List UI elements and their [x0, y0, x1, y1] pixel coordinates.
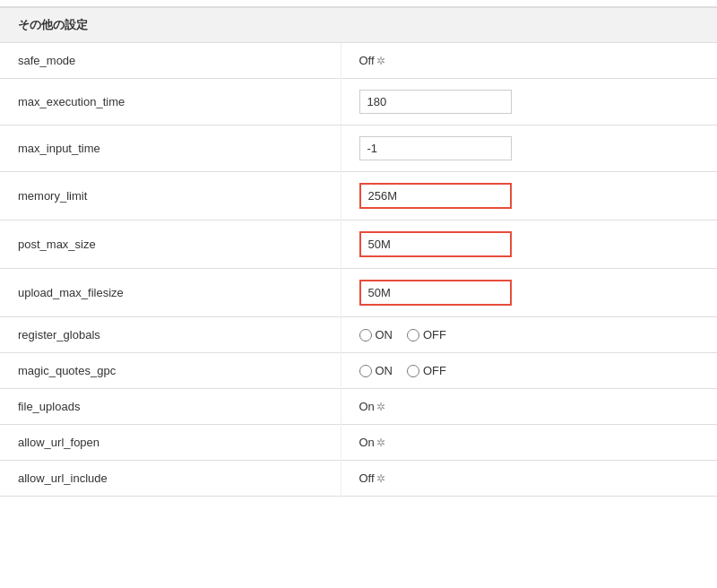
radio-group-magic_quotes_gpc: ONOFF — [359, 364, 700, 377]
table-row: max_input_time — [0, 125, 717, 172]
page-container: その他の設定 safe_modeOff✲max_execution_timema… — [0, 0, 717, 506]
setting-key: file_uploads — [0, 389, 341, 425]
table-row: register_globalsONOFF — [0, 317, 717, 353]
setting-input-memory_limit[interactable] — [359, 183, 512, 209]
table-row: memory_limit — [0, 172, 717, 220]
setting-key: allow_url_fopen — [0, 425, 341, 461]
radio-magic_quotes_gpc-on[interactable] — [359, 365, 372, 377]
setting-key: safe_mode — [0, 43, 341, 79]
asterisk-icon: ✲ — [376, 437, 385, 449]
section-title: その他の設定 — [18, 18, 88, 31]
setting-key: memory_limit — [0, 172, 341, 220]
setting-input-max_input_time[interactable] — [359, 136, 512, 160]
setting-input-max_execution_time[interactable] — [359, 90, 512, 114]
static-value: Off — [359, 471, 375, 485]
settings-table: safe_modeOff✲max_execution_timemax_input… — [0, 43, 717, 497]
table-row: safe_modeOff✲ — [0, 43, 717, 79]
static-value: On — [359, 436, 375, 449]
setting-input-post_max_size[interactable] — [359, 231, 512, 257]
radio-register_globals-off[interactable] — [407, 329, 419, 342]
table-row: file_uploadsOn✲ — [0, 389, 717, 425]
setting-value-cell: Off✲ — [341, 43, 717, 79]
setting-key: magic_quotes_gpc — [0, 353, 341, 389]
setting-value-cell — [341, 79, 717, 125]
setting-key: max_input_time — [0, 125, 341, 172]
table-row: allow_url_includeOff✲ — [0, 461, 717, 497]
setting-value-cell — [341, 172, 717, 220]
setting-key: upload_max_filesize — [0, 269, 341, 317]
bottom-bar — [0, 497, 717, 506]
radio-register_globals-on[interactable] — [359, 329, 372, 342]
setting-value-cell — [341, 220, 717, 269]
setting-key: register_globals — [0, 317, 341, 353]
setting-value-cell — [341, 125, 717, 172]
static-value: On — [359, 400, 375, 413]
setting-input-upload_max_filesize[interactable] — [359, 280, 512, 306]
table-row: post_max_size — [0, 220, 717, 269]
setting-key: allow_url_include — [0, 461, 341, 497]
setting-value-cell: ONOFF — [341, 353, 717, 389]
setting-value-cell: On✲ — [341, 389, 717, 425]
table-row: allow_url_fopenOn✲ — [0, 425, 717, 461]
asterisk-icon: ✲ — [376, 472, 385, 485]
top-spacer — [0, 0, 717, 7]
radio-label-on[interactable]: ON — [359, 328, 393, 342]
asterisk-icon: ✲ — [376, 55, 385, 67]
radio-group-register_globals: ONOFF — [359, 328, 700, 342]
asterisk-icon: ✲ — [376, 401, 385, 413]
setting-value-cell — [341, 269, 717, 317]
setting-value-cell: On✲ — [341, 425, 717, 461]
table-row: max_execution_time — [0, 79, 717, 125]
setting-key: post_max_size — [0, 220, 341, 269]
table-row: upload_max_filesize — [0, 269, 717, 317]
section-header: その他の設定 — [0, 7, 717, 43]
setting-value-cell: ONOFF — [341, 317, 717, 353]
radio-magic_quotes_gpc-off[interactable] — [407, 365, 419, 377]
static-value: Off — [359, 54, 375, 67]
radio-label-off[interactable]: OFF — [407, 328, 446, 342]
radio-label-off[interactable]: OFF — [407, 364, 446, 377]
radio-label-on[interactable]: ON — [359, 364, 393, 377]
setting-value-cell: Off✲ — [341, 461, 717, 497]
table-row: magic_quotes_gpcONOFF — [0, 353, 717, 389]
setting-key: max_execution_time — [0, 79, 341, 125]
